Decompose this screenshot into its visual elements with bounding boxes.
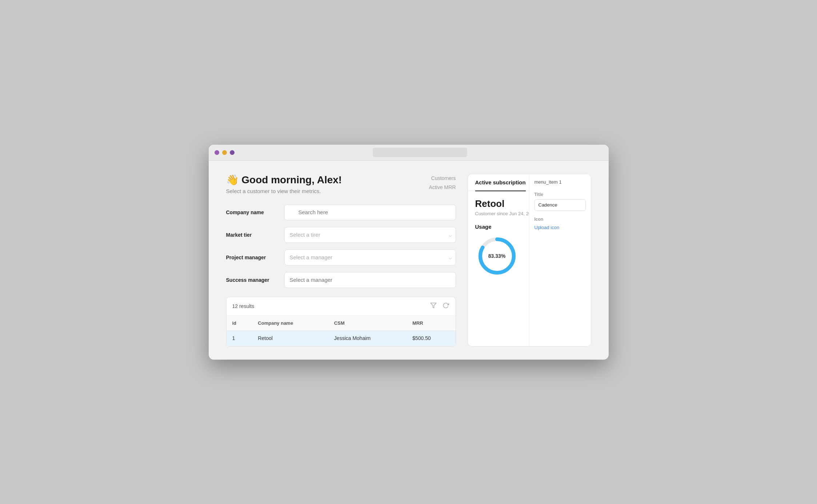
greeting-text: 👋 Good morning, Alex! Select a customer …	[226, 174, 342, 194]
main-content: 👋 Good morning, Alex! Select a customer …	[209, 161, 609, 360]
success-manager-input[interactable]	[284, 272, 456, 288]
company-name-search-input[interactable]	[284, 204, 456, 220]
title-section: Title	[534, 192, 586, 211]
filter-button[interactable]	[429, 301, 437, 311]
search-input-wrapper: ⌕	[284, 204, 456, 220]
cell-id: 1	[227, 330, 252, 346]
donut-chart: 83.33%	[475, 234, 519, 278]
cell-csm: Jessica Mohaim	[328, 330, 407, 346]
filter-market-tier: Market tier Select a tirer ⌵	[226, 227, 456, 243]
donut-percentage: 83.33%	[488, 253, 505, 259]
table-header-row: id Company name CSM MRR	[227, 316, 456, 331]
dot-close[interactable]	[215, 150, 219, 155]
right-panel: Active subscription Analytics Retool Cus…	[468, 174, 591, 347]
project-manager-select[interactable]: Select a manager	[284, 249, 456, 265]
table-header: id Company name CSM MRR	[227, 316, 456, 331]
col-id: id	[227, 316, 252, 331]
menu-item-label: menu_item 1	[534, 179, 586, 185]
project-manager-label: Project manager	[226, 255, 277, 260]
market-tier-select-wrapper: Select a tirer ⌵	[284, 227, 456, 243]
title-input[interactable]	[534, 199, 586, 211]
filter-project-manager: Project manager Select a manager ⌵	[226, 249, 456, 265]
market-tier-input-wrap: Select a tirer ⌵	[284, 227, 456, 243]
cell-company: Retool	[252, 330, 328, 346]
success-manager-input-wrap	[284, 272, 456, 288]
market-tier-label: Market tier	[226, 232, 277, 238]
refresh-button[interactable]	[442, 301, 450, 311]
titlebar-center	[237, 148, 603, 157]
icon-field-label: Icon	[534, 217, 586, 222]
project-manager-select-wrapper: Select a manager ⌵	[284, 249, 456, 265]
app-window: 👋 Good morning, Alex! Select a customer …	[209, 145, 609, 360]
titlebar	[209, 145, 609, 161]
filter-success-manager: Success manager	[226, 272, 456, 288]
company-name-input-wrap: ⌕	[284, 204, 456, 220]
greeting-title: 👋 Good morning, Alex!	[226, 174, 342, 186]
market-tier-select[interactable]: Select a tirer	[284, 227, 456, 243]
results-table: id Company name CSM MRR 1 Retool Jessica…	[227, 316, 456, 346]
greeting-nav: Customers Active MRR	[429, 174, 456, 192]
cell-mrr: $500.50	[407, 330, 455, 346]
filter-company-name: Company name ⌕	[226, 204, 456, 220]
icon-section: Icon Upload icon	[534, 217, 586, 231]
table-row[interactable]: 1 Retool Jessica Mohaim $500.50	[227, 330, 456, 346]
col-csm: CSM	[328, 316, 407, 331]
side-panel: menu_item 1 Title Icon Upload icon	[529, 174, 591, 346]
table-actions	[429, 301, 450, 311]
title-field-label: Title	[534, 192, 586, 197]
dot-maximize[interactable]	[230, 150, 235, 155]
greeting-row: 👋 Good morning, Alex! Select a customer …	[226, 174, 456, 194]
tab-active-subscription[interactable]: Active subscription	[475, 174, 526, 191]
titlebar-search-bar	[373, 148, 467, 157]
svg-marker-0	[430, 303, 436, 308]
left-panel: 👋 Good morning, Alex! Select a customer …	[226, 174, 456, 347]
table-toolbar: 12 results	[227, 297, 456, 316]
nav-customers[interactable]: Customers	[429, 174, 456, 183]
table-results-count: 12 results	[232, 303, 255, 309]
dot-minimize[interactable]	[222, 150, 227, 155]
col-mrr: MRR	[407, 316, 455, 331]
results-table-container: 12 results	[226, 297, 456, 347]
upload-icon-link[interactable]: Upload icon	[534, 225, 560, 230]
table-body: 1 Retool Jessica Mohaim $500.50	[227, 330, 456, 346]
nav-active-mrr[interactable]: Active MRR	[429, 183, 456, 192]
company-name-label: Company name	[226, 209, 277, 215]
greeting-subtitle: Select a customer to view their metrics.	[226, 188, 342, 194]
filters-section: Company name ⌕ Market tier Sel	[226, 204, 456, 288]
project-manager-input-wrap: Select a manager ⌵	[284, 249, 456, 265]
col-company: Company name	[252, 316, 328, 331]
success-manager-label: Success manager	[226, 277, 277, 283]
